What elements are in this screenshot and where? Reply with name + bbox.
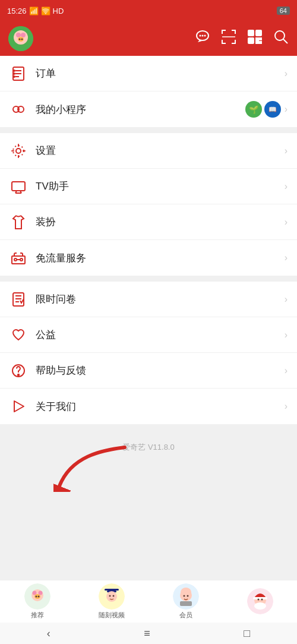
svg-point-67: [183, 595, 185, 597]
menu-item-charity[interactable]: 公益 ›: [0, 317, 297, 353]
outfit-label: 装扮: [36, 215, 285, 229]
help-arrow: ›: [285, 365, 287, 376]
svg-rect-21: [259, 42, 261, 43]
svg-point-63: [112, 595, 114, 597]
order-icon: [10, 65, 27, 83]
menu-item-free-traffic[interactable]: 免流量服务 ›: [0, 240, 297, 276]
app-header: [0, 21, 297, 56]
survey-right: ›: [285, 294, 287, 305]
settings-label: 设置: [36, 144, 285, 157]
miniprogram-badges: 🌱 📖: [245, 101, 281, 118]
svg-rect-20: [256, 42, 258, 43]
svg-rect-17: [249, 39, 252, 42]
menu-item-about[interactable]: 关于我们 ›: [0, 389, 297, 424]
orders-right: ›: [285, 68, 287, 79]
tv-right: ›: [285, 181, 287, 192]
charity-icon: [10, 326, 27, 344]
svg-marker-49: [14, 401, 24, 412]
help-label: 帮助与反馈: [36, 364, 285, 377]
nav-avatar-recommend: [24, 583, 50, 610]
svg-rect-60: [105, 589, 119, 591]
signal-icon: 📶: [29, 7, 39, 15]
orders-arrow: ›: [285, 68, 287, 79]
svg-point-54: [38, 591, 42, 595]
free-traffic-arrow: ›: [285, 252, 287, 263]
bottom-nav: 推荐 随刻视频: [0, 580, 297, 623]
tv-label: TV助手: [36, 179, 285, 193]
svg-point-2: [16, 33, 21, 37]
header-icons: [195, 29, 289, 48]
nav-item-short-video[interactable]: 随刻视频: [74, 583, 148, 620]
version-footer: 爱奇艺 V11.8.0: [0, 430, 297, 462]
menu-item-tv[interactable]: TV助手 ›: [0, 169, 297, 204]
message-icon[interactable]: [195, 29, 210, 48]
outfit-arrow: ›: [285, 217, 287, 228]
free-traffic-icon: [10, 249, 27, 267]
status-left: 15:26 📶 🛜 HD: [7, 7, 64, 15]
recents-button[interactable]: □: [238, 625, 256, 642]
about-icon: [10, 397, 27, 415]
svg-rect-13: [249, 31, 252, 34]
svg-point-29: [14, 73, 15, 74]
about-right: ›: [285, 401, 287, 412]
help-icon: [10, 362, 27, 380]
svg-point-9: [202, 35, 204, 37]
svg-point-75: [261, 598, 263, 600]
menu-item-miniprogram[interactable]: 我的小程序 🌱 📖 ›: [0, 91, 297, 127]
menu-item-survey[interactable]: 限时问卷 ›: [0, 282, 297, 317]
svg-point-73: [254, 602, 266, 610]
charity-right: ›: [285, 330, 287, 340]
nav-label-recommend: 推荐: [31, 611, 44, 620]
svg-point-48: [18, 374, 19, 375]
svg-point-30: [14, 76, 15, 77]
svg-point-34: [13, 146, 24, 156]
svg-point-61: [106, 591, 117, 602]
survey-arrow: ›: [285, 294, 287, 305]
charity-arrow: ›: [285, 330, 287, 340]
menu-item-orders[interactable]: 订单 ›: [0, 56, 297, 91]
svg-point-40: [14, 258, 17, 261]
status-right: 64: [277, 7, 290, 15]
miniprogram-label: 我的小程序: [36, 103, 245, 116]
hd-label: HD: [53, 7, 64, 15]
battery-indicator: 64: [277, 7, 290, 15]
outfit-icon: [10, 213, 27, 231]
scan-icon[interactable]: [221, 29, 236, 48]
menu-item-outfit[interactable]: 装扮 ›: [0, 204, 297, 240]
help-right: ›: [285, 365, 287, 376]
svg-point-22: [275, 31, 285, 40]
svg-point-41: [20, 258, 23, 261]
nav-item-lucky[interactable]: [223, 588, 297, 615]
menu-item-help[interactable]: 帮助与反馈 ›: [0, 353, 297, 389]
app-logo[interactable]: [8, 26, 33, 51]
menu-item-settings[interactable]: 设置 ›: [0, 133, 297, 169]
qr-icon[interactable]: [247, 29, 263, 48]
svg-point-53: [32, 591, 36, 595]
svg-point-57: [37, 596, 39, 598]
menu-section-1: 订单 › 我的小程序 🌱 📖 ›: [0, 56, 297, 127]
nav-label-short-video: 随刻视频: [99, 611, 125, 620]
svg-point-5: [19, 39, 21, 40]
svg-rect-18: [256, 38, 258, 40]
svg-point-3: [21, 33, 26, 37]
survey-label: 限时问卷: [36, 292, 285, 306]
free-traffic-right: ›: [285, 252, 287, 263]
wifi-icon: 🛜: [41, 7, 50, 15]
outfit-right: ›: [285, 217, 287, 228]
status-bar: 15:26 📶 🛜 HD 64: [0, 0, 297, 21]
miniprogram-right: 🌱 📖 ›: [245, 101, 287, 118]
nav-avatar-vip: [173, 583, 199, 610]
home-button[interactable]: ≡: [138, 625, 156, 642]
nav-item-vip[interactable]: 会员: [148, 583, 223, 620]
settings-right: ›: [285, 146, 287, 156]
back-button[interactable]: ‹: [41, 625, 56, 642]
svg-point-56: [35, 596, 37, 598]
svg-rect-35: [12, 182, 25, 191]
search-icon[interactable]: [273, 29, 289, 48]
svg-rect-72: [253, 597, 267, 599]
about-arrow: ›: [285, 401, 287, 412]
miniprogram-icon: [10, 100, 27, 118]
nav-item-recommend[interactable]: 推荐: [0, 583, 74, 620]
svg-point-68: [187, 595, 188, 597]
svg-point-28: [14, 70, 15, 71]
